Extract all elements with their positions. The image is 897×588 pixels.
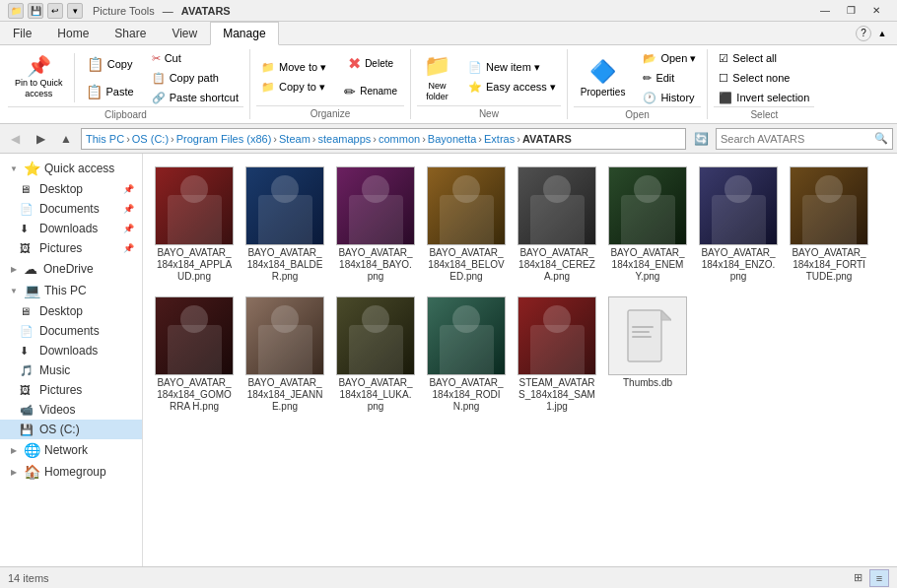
- history-button[interactable]: 🕐 History: [638, 89, 701, 106]
- cut-button[interactable]: ✂ Cut: [147, 49, 243, 67]
- select-all-button[interactable]: ☑ Select all: [714, 49, 814, 67]
- quick-save-icon[interactable]: 💾: [28, 3, 43, 19]
- address-path[interactable]: This PC › OS (C:) › Program Files (x86) …: [81, 128, 686, 150]
- sidebar-item-pictures-qa[interactable]: 🖼 Pictures 📌: [0, 238, 142, 258]
- pin-to-quick-button[interactable]: 📌 Pin to Quickaccess: [8, 51, 70, 104]
- sidebar-item-videos[interactable]: 📹 Videos: [0, 400, 142, 420]
- breadcrumb-this-pc[interactable]: This PC: [86, 133, 124, 145]
- network-label: Network: [44, 443, 88, 457]
- tab-view[interactable]: View: [159, 22, 210, 44]
- copy-button[interactable]: 📋 Copy: [79, 51, 141, 77]
- onedrive-expand[interactable]: ▶: [8, 263, 20, 275]
- file-item-1[interactable]: BAYO_AVATAR_184x184_BALDER.png: [242, 162, 328, 288]
- app-icon[interactable]: 📁: [8, 3, 24, 19]
- delete-button[interactable]: ✖ Delete: [337, 51, 404, 77]
- sidebar-item-quick-access[interactable]: ▼ ⭐ Quick access: [0, 158, 142, 179]
- tab-share[interactable]: Share: [102, 22, 159, 44]
- main-layout: ▼ ⭐ Quick access 🖥 Desktop 📌 📄 Documents…: [0, 154, 897, 566]
- rename-button[interactable]: ✏ Rename: [337, 79, 404, 104]
- file-item-12[interactable]: STEAM_AVATARS_184x184_SAM1.jpg: [514, 292, 600, 418]
- file-item-4[interactable]: BAYO_AVATAR_184x184_CEREZA.png: [514, 162, 600, 288]
- nav-pane: ▼ ⭐ Quick access 🖥 Desktop 📌 📄 Documents…: [0, 154, 143, 566]
- sidebar-item-onedrive[interactable]: ▶ ☁ OneDrive: [0, 258, 142, 280]
- network-expand[interactable]: ▶: [8, 444, 20, 456]
- search-input[interactable]: [721, 133, 872, 145]
- file-item-11[interactable]: BAYO_AVATAR_184x184_RODIN.png: [423, 292, 510, 418]
- file-item-7[interactable]: BAYO_AVATAR_184x184_FORTITUDE.png: [786, 162, 872, 288]
- sidebar-item-pictures-pc[interactable]: 🖼 Pictures: [0, 380, 142, 400]
- copy-path-button[interactable]: 📋 Copy path: [147, 69, 243, 87]
- tab-file[interactable]: File: [0, 22, 44, 44]
- music-icon: 🎵: [20, 364, 35, 377]
- sidebar-item-desktop-pc[interactable]: 🖥 Desktop: [0, 301, 142, 321]
- undo-icon[interactable]: ↩: [47, 3, 63, 19]
- homegroup-expand[interactable]: ▶: [8, 466, 20, 478]
- new-folder-button[interactable]: 📁 Newfolder: [417, 51, 457, 104]
- file-item-2[interactable]: BAYO_AVATAR_184x184_BAYO.png: [332, 162, 419, 288]
- new-item-button[interactable]: 📄 New item ▾: [463, 59, 561, 77]
- invert-icon: ⬛: [719, 92, 732, 104]
- file-item-8[interactable]: BAYO_AVATAR_184x184_GOMORRA H.png: [151, 292, 238, 418]
- sidebar-item-desktop-qa[interactable]: 🖥 Desktop 📌: [0, 179, 142, 199]
- file-item-10[interactable]: BAYO_AVATAR_184x184_LUKA.png: [332, 292, 419, 418]
- properties-button[interactable]: 🔷 Properties: [574, 51, 633, 104]
- paste-shortcut-button[interactable]: 🔗 Paste shortcut: [147, 89, 243, 106]
- file-item-9[interactable]: BAYO_AVATAR_184x184_JEANNE.png: [242, 292, 328, 418]
- help-button[interactable]: ?: [856, 26, 871, 41]
- documents-qa-icon: 📄: [20, 203, 35, 216]
- open-button[interactable]: 📂 Open ▾: [638, 49, 701, 67]
- breadcrumb-bayonetta[interactable]: Bayonetta: [428, 133, 477, 145]
- paste-button[interactable]: 📋 Paste: [79, 79, 141, 104]
- forward-button[interactable]: ▶: [30, 128, 51, 150]
- sidebar-item-this-pc[interactable]: ▼ 💻 This PC: [0, 280, 142, 301]
- select-group: ☑ Select all ☐ Select none ⬛ Invert sele…: [708, 49, 820, 119]
- quick-access-expand[interactable]: ▼: [8, 163, 20, 174]
- close-button[interactable]: ✕: [863, 0, 889, 22]
- minimize-button[interactable]: —: [812, 0, 838, 22]
- breadcrumb-extras[interactable]: Extras: [484, 133, 515, 145]
- back-button[interactable]: ◀: [4, 128, 26, 150]
- sidebar-item-downloads-pc[interactable]: ⬇ Downloads: [0, 341, 142, 360]
- edit-button[interactable]: ✏ Edit: [638, 69, 701, 87]
- large-icons-view-btn[interactable]: ⊞: [848, 569, 867, 587]
- sidebar-item-network[interactable]: ▶ 🌐 Network: [0, 439, 142, 461]
- breadcrumb-steamapps[interactable]: steamapps: [317, 133, 371, 145]
- breadcrumb-steam[interactable]: Steam: [279, 133, 310, 145]
- select-none-button[interactable]: ☐ Select none: [714, 69, 814, 87]
- easy-access-button[interactable]: ⭐ Easy access ▾: [463, 79, 561, 97]
- breadcrumb-program-files[interactable]: Program Files (x86): [176, 133, 272, 145]
- homegroup-icon: 🏠: [24, 464, 40, 480]
- sidebar-item-documents-pc[interactable]: 📄 Documents: [0, 321, 142, 341]
- sidebar-item-downloads-qa[interactable]: ⬇ Downloads 📌: [0, 219, 142, 238]
- sidebar-item-homegroup[interactable]: ▶ 🏠 Homegroup: [0, 461, 142, 483]
- file-item-5[interactable]: BAYO_AVATAR_184x184_ENEMY.png: [604, 162, 691, 288]
- details-view-btn[interactable]: ≡: [869, 569, 889, 587]
- refresh-button[interactable]: 🔄: [690, 128, 712, 150]
- desktop-pc-label: Desktop: [39, 304, 83, 318]
- restore-button[interactable]: ❐: [838, 0, 863, 22]
- sidebar-item-music[interactable]: 🎵 Music: [0, 360, 142, 380]
- tab-home[interactable]: Home: [44, 22, 102, 44]
- breadcrumb-common[interactable]: common: [379, 133, 420, 145]
- file-item-0[interactable]: BAYO_AVATAR_184x184_APPLAUD.png: [151, 162, 238, 288]
- ribbon-collapse-btn[interactable]: ▲: [875, 27, 889, 40]
- dropdown-icon[interactable]: ▾: [67, 3, 83, 19]
- copy-to-button[interactable]: 📁 Copy to ▾: [256, 79, 331, 97]
- file-item-6[interactable]: BAYO_AVATAR_184x184_ENZO.png: [695, 162, 782, 288]
- picture-tools-label: Picture Tools: [93, 5, 155, 17]
- this-pc-expand[interactable]: ▼: [8, 285, 20, 296]
- sidebar-item-os-c[interactable]: 💾 OS (C:): [0, 420, 142, 439]
- open-group: 🔷 Properties 📂 Open ▾ ✏ Edit 🕐 History O…: [568, 49, 709, 119]
- file-item-13[interactable]: Thumbs.db: [604, 292, 691, 418]
- new-buttons: 📁 Newfolder 📄 New item ▾ ⭐ Easy access ▾: [417, 49, 561, 105]
- up-button[interactable]: ▲: [55, 128, 77, 150]
- downloads-qa-label: Downloads: [39, 222, 98, 235]
- sidebar-item-documents-qa[interactable]: 📄 Documents 📌: [0, 199, 142, 219]
- file-name-5: BAYO_AVATAR_184x184_ENEMY.png: [609, 247, 686, 283]
- invert-selection-button[interactable]: ⬛ Invert selection: [714, 89, 814, 106]
- move-to-button[interactable]: 📁 Move to ▾: [256, 59, 331, 77]
- tab-manage[interactable]: Manage: [210, 22, 278, 45]
- file-item-3[interactable]: BAYO_AVATAR_184x184_BELOVED.png: [423, 162, 510, 288]
- file-view: BAYO_AVATAR_184x184_APPLAUD.png BAYO_AVA…: [143, 154, 897, 566]
- breadcrumb-os-c[interactable]: OS (C:): [132, 133, 169, 145]
